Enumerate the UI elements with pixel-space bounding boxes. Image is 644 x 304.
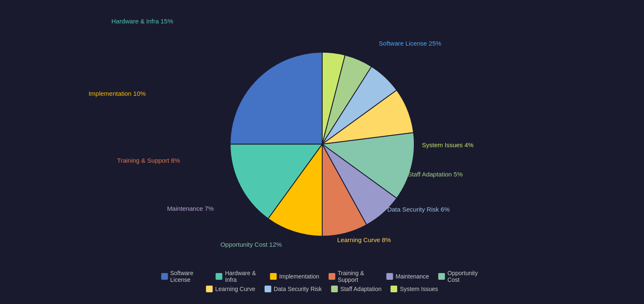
legend-label: Hardware & Infra xyxy=(225,270,261,283)
legend-label: Data Security Risk xyxy=(274,286,322,292)
legend-label: Staff Adaptation xyxy=(340,286,382,292)
legend-label: System Issues xyxy=(400,286,438,292)
label-system-issues: System Issues 4% xyxy=(422,141,473,148)
legend-item-data-security-risk: Data Security Risk xyxy=(264,286,322,292)
legend-swatch xyxy=(438,273,445,280)
legend-label: Opportunity Cost xyxy=(447,270,483,283)
label-learning-curve: Learning Curve 8% xyxy=(337,236,391,243)
label-training-&-support: Training & Support 8% xyxy=(117,157,180,164)
legend-swatch xyxy=(391,286,398,292)
label-implementation: Implementation 10% xyxy=(89,90,146,97)
label-data-security-risk: Data Security Risk 6% xyxy=(387,206,449,213)
legend-item-opportunity-cost: Opportunity Cost xyxy=(438,270,483,283)
legend-swatch xyxy=(264,286,271,292)
legend: Software LicenseHardware & InfraImplemen… xyxy=(161,270,483,292)
legend-item-staff-adaptation: Staff Adaptation xyxy=(331,286,382,292)
legend-label: Maintenance xyxy=(395,273,429,280)
legend-item-learning-curve: Learning Curve xyxy=(206,286,255,292)
label-staff-adaptation: Staff Adaptation 5% xyxy=(408,171,463,178)
legend-item-maintenance: Maintenance xyxy=(386,273,429,280)
legend-label: Training & Support xyxy=(338,270,377,283)
pie-chart xyxy=(222,43,423,244)
legend-swatch xyxy=(331,286,338,292)
legend-item-training-&-support: Training & Support xyxy=(328,270,377,283)
label-hardware-&-infra: Hardware & Infra 15% xyxy=(111,18,173,25)
legend-swatch xyxy=(161,273,168,280)
legend-swatch xyxy=(206,286,213,292)
legend-swatch xyxy=(328,273,335,280)
legend-label: Implementation xyxy=(279,273,319,280)
chart-container: Software LicenseHardware & InfraImplemen… xyxy=(0,0,644,304)
legend-item-hardware-&-infra: Hardware & Infra xyxy=(216,270,261,283)
legend-swatch xyxy=(386,273,393,280)
legend-swatch xyxy=(270,273,277,280)
segment-software-license xyxy=(230,52,322,144)
label-opportunity-cost: Opportunity Cost 12% xyxy=(221,241,282,248)
legend-item-system-issues: System Issues xyxy=(391,286,438,292)
legend-label: Learning Curve xyxy=(215,286,255,292)
legend-row-2: Learning CurveData Security RiskStaff Ad… xyxy=(206,286,438,292)
label-software-license: Software License 25% xyxy=(379,40,441,47)
legend-item-implementation: Implementation xyxy=(270,273,319,280)
legend-label: Software License xyxy=(170,270,207,283)
legend-item-software-license: Software License xyxy=(161,270,207,283)
label-maintenance: Maintenance 7% xyxy=(167,205,214,212)
legend-swatch xyxy=(216,273,223,280)
legend-row-1: Software LicenseHardware & InfraImplemen… xyxy=(161,270,483,283)
